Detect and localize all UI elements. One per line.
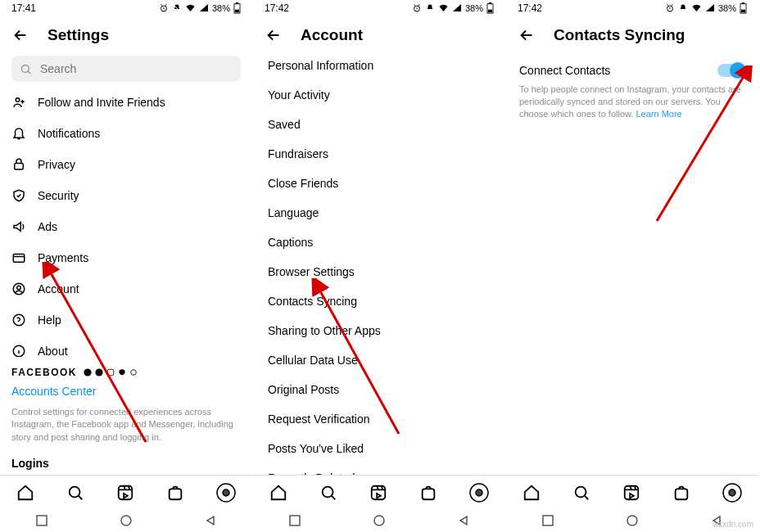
settings-item-account[interactable]: Account <box>0 273 252 304</box>
account-item[interactable]: Sharing to Other Apps <box>253 316 505 345</box>
alarm-icon <box>159 3 169 13</box>
account-menu: Personal InformationYour ActivitySavedFu… <box>253 51 505 475</box>
screen-account: 17:42 38% Account Personal InformationYo… <box>253 0 506 532</box>
account-item[interactable]: Original Posts <box>253 375 505 404</box>
search-tab[interactable] <box>319 484 337 502</box>
account-item[interactable]: Close Friends <box>253 169 505 198</box>
svg-rect-3 <box>235 10 239 13</box>
svg-point-12 <box>84 368 91 376</box>
account-item[interactable]: Contacts Syncing <box>253 286 505 316</box>
search-tab[interactable] <box>66 484 84 502</box>
bottom-nav <box>0 475 252 509</box>
settings-item-about[interactable]: About <box>0 336 252 357</box>
bottom-nav <box>253 475 505 509</box>
status-bar: 17:42 38% <box>506 0 758 15</box>
account-item[interactable]: Saved <box>253 110 505 139</box>
battery-text: 38% <box>718 3 736 13</box>
wifi-icon <box>185 3 196 13</box>
home-button[interactable] <box>627 515 638 526</box>
accounts-center-link[interactable]: Accounts Center <box>0 380 252 403</box>
account-item[interactable]: Browser Settings <box>253 257 505 286</box>
settings-item-security[interactable]: Security <box>0 180 252 211</box>
svg-point-34 <box>374 516 384 525</box>
learn-more-link[interactable]: Learn More <box>636 109 681 119</box>
watermark: wsxdn.com <box>712 520 753 529</box>
signal-icon <box>705 3 715 13</box>
page-title: Account <box>301 26 363 44</box>
settings-menu: Follow and Invite FriendsNotificationsPr… <box>0 87 252 357</box>
battery-icon <box>233 2 241 14</box>
status-icons: 38% <box>665 2 747 14</box>
account-item[interactable]: Recently Deleted <box>253 463 505 475</box>
back-system-button[interactable] <box>205 515 216 526</box>
back-button[interactable] <box>518 26 536 44</box>
status-bar: 17:42 38% <box>253 0 505 15</box>
home-tab[interactable] <box>269 484 287 502</box>
home-button[interactable] <box>373 515 385 526</box>
settings-item-help[interactable]: Help <box>0 304 252 336</box>
settings-item-notifications[interactable]: Notifications <box>0 118 252 149</box>
account-icon <box>11 282 26 296</box>
account-item[interactable]: Posts You've Liked <box>253 434 505 463</box>
reels-tab[interactable] <box>622 484 640 502</box>
account-item[interactable]: Your Activity <box>253 80 505 110</box>
svg-point-44 <box>729 489 735 496</box>
wifi-icon <box>438 3 449 13</box>
account-item[interactable]: Personal Information <box>253 51 505 80</box>
back-button[interactable] <box>265 26 283 44</box>
settings-item-follow-invite[interactable]: Follow and Invite Friends <box>0 87 252 118</box>
reels-tab[interactable] <box>369 484 387 502</box>
profile-tab[interactable] <box>216 483 236 503</box>
recents-button[interactable] <box>542 515 554 526</box>
shop-tab[interactable] <box>166 484 184 502</box>
battery-text: 38% <box>212 3 230 13</box>
connect-contacts-toggle[interactable] <box>717 64 745 77</box>
shop-tab[interactable] <box>419 484 437 502</box>
page-title: Contacts Syncing <box>554 26 685 44</box>
back-button[interactable] <box>11 26 29 44</box>
search-input[interactable] <box>40 62 233 75</box>
home-tab[interactable] <box>16 484 34 502</box>
svg-rect-38 <box>742 2 745 4</box>
home-tab[interactable] <box>522 484 541 502</box>
svg-point-13 <box>95 368 102 376</box>
svg-point-5 <box>16 98 20 102</box>
ads-icon <box>11 219 26 234</box>
search-tab[interactable] <box>572 484 590 502</box>
account-item[interactable]: Cellular Data Use <box>253 345 505 375</box>
profile-tab[interactable] <box>469 483 489 503</box>
shop-tab[interactable] <box>672 484 690 502</box>
search-bar[interactable] <box>11 56 241 82</box>
menu-label: Follow and Invite Friends <box>38 96 165 109</box>
help-icon <box>11 313 26 327</box>
settings-item-privacy[interactable]: Privacy <box>0 149 252 180</box>
back-system-button[interactable] <box>458 515 469 526</box>
svg-rect-14 <box>107 369 114 376</box>
profile-tab[interactable] <box>722 483 742 503</box>
svg-point-32 <box>476 489 482 496</box>
status-bar: 17:41 38% <box>0 0 252 15</box>
settings-item-payments[interactable]: Payments <box>0 242 252 273</box>
svg-rect-42 <box>676 489 688 499</box>
wifi-icon <box>691 3 702 13</box>
menu-label: Account <box>38 282 79 295</box>
account-item[interactable]: Request Verification <box>253 404 505 434</box>
screen-settings: 17:41 38% Settings Follow and Invite Fri… <box>0 0 253 532</box>
home-button[interactable] <box>120 515 132 526</box>
bottom-nav <box>506 475 758 509</box>
menu-label: Security <box>38 189 79 202</box>
account-item[interactable]: Language <box>253 198 505 228</box>
menu-label: Notifications <box>38 127 100 140</box>
recents-button[interactable] <box>289 515 301 526</box>
svg-rect-30 <box>423 489 435 499</box>
account-item[interactable]: Fundraisers <box>253 139 505 169</box>
recents-button[interactable] <box>36 515 48 526</box>
account-item[interactable]: Captions <box>253 228 505 257</box>
svg-rect-18 <box>170 489 182 499</box>
reels-tab[interactable] <box>116 484 134 502</box>
svg-point-10 <box>13 314 25 326</box>
settings-item-ads[interactable]: Ads <box>0 211 252 242</box>
signal-icon <box>199 3 209 13</box>
about-icon <box>11 344 26 357</box>
svg-rect-6 <box>15 164 24 170</box>
